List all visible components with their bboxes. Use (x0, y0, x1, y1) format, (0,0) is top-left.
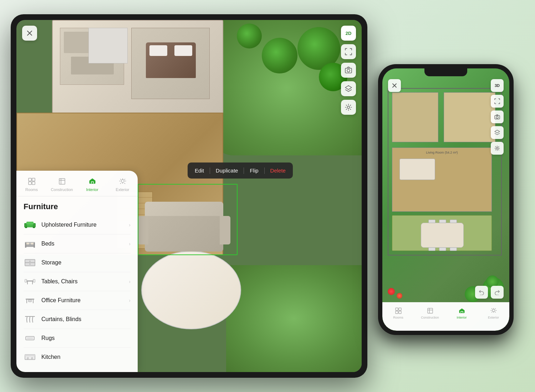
phone-interior-label: Interior (457, 316, 467, 319)
dining-table-3d (141, 251, 241, 329)
tablet-device: Edit Duplicate Flip Delete 2D (11, 14, 367, 378)
upholstered-furniture-label: Upholstered Furniture (41, 222, 129, 228)
phone-room-upper-right (444, 92, 495, 142)
phone-camera-button[interactable] (491, 110, 504, 123)
phone-layers-button[interactable] (491, 126, 504, 139)
tab-exterior-label: Exterior (116, 187, 129, 192)
kitchen-icon (24, 352, 36, 362)
phone-patio (392, 215, 492, 251)
context-menu: Edit Duplicate Flip Delete (188, 163, 293, 179)
svg-rect-34 (25, 316, 35, 317)
phone-tab-construction[interactable]: Construction (414, 304, 446, 325)
tab-bar: Rooms Construction (16, 171, 138, 196)
settings-button[interactable] (341, 100, 356, 115)
chevron-right-icon: › (129, 298, 131, 303)
phone-notch (424, 68, 467, 76)
storage-icon (24, 258, 36, 268)
scene-container: Edit Duplicate Flip Delete 2D (0, 0, 535, 392)
phone-exterior-icon (489, 306, 498, 315)
construction-icon (57, 176, 67, 186)
svg-rect-48 (428, 308, 433, 313)
svg-rect-38 (25, 355, 35, 356)
tablet-close-button[interactable] (22, 26, 37, 41)
svg-rect-31 (26, 300, 27, 303)
furniture-item-rugs[interactable]: Rugs (24, 329, 131, 348)
house-upper-floor (52, 20, 223, 120)
svg-rect-27 (32, 282, 33, 284)
svg-rect-5 (29, 182, 31, 185)
fp-chair (428, 220, 435, 223)
phone-construction-label: Construction (421, 316, 439, 319)
svg-point-24 (30, 264, 31, 265)
phone-screen: Living Room (54.2 m²) (382, 68, 509, 331)
svg-rect-25 (26, 280, 34, 282)
tab-interior[interactable]: Interior (77, 175, 107, 193)
bed-object (146, 42, 196, 78)
living-room-label: Living Room (54.2 m²) (426, 151, 458, 154)
layers-button[interactable] (341, 81, 356, 96)
chevron-right-icon: › (129, 241, 131, 247)
svg-rect-14 (33, 227, 35, 228)
bedroom-area (131, 28, 210, 99)
phone-tab-interior[interactable]: Interior (446, 304, 478, 325)
svg-rect-4 (32, 178, 35, 181)
phone-device: Living Room (54.2 m²) (378, 64, 514, 335)
furniture-item-beds[interactable]: Beds › (24, 234, 131, 253)
phone-tab-rooms[interactable]: Rooms (382, 304, 414, 325)
exterior-icon (118, 176, 128, 186)
furniture-item-curtains[interactable]: Curtains, Blinds (24, 310, 131, 329)
rooms-icon (27, 176, 37, 186)
phone-settings-button[interactable] (491, 142, 504, 155)
furniture-item-upholstered[interactable]: Upholstered Furniture › (24, 216, 131, 234)
undo-button[interactable] (475, 286, 488, 299)
context-delete-button[interactable]: Delete (265, 165, 291, 176)
curtain-icon (24, 314, 36, 324)
phone-3d-button[interactable]: 3D (491, 79, 504, 92)
furniture-item-tables-chairs[interactable]: Tables, Chairs › (24, 272, 131, 291)
context-duplicate-button[interactable]: Duplicate (210, 165, 244, 176)
2d-view-button[interactable]: 2D (341, 26, 356, 41)
phone-tab-exterior[interactable]: Exterior (478, 304, 509, 325)
tab-construction-label: Construction (51, 187, 73, 192)
tab-rooms[interactable]: Rooms (16, 175, 47, 193)
camera-button[interactable] (341, 63, 356, 78)
context-edit-button[interactable]: Edit (189, 165, 210, 176)
context-flip-button[interactable]: Flip (244, 165, 264, 176)
furniture-item-kitchen[interactable]: Kitchen (24, 348, 131, 366)
chevron-right-icon: › (129, 279, 131, 284)
table-chair-icon (24, 277, 36, 287)
phone-flower (397, 293, 402, 299)
storage-label: Storage (41, 259, 131, 266)
svg-rect-13 (25, 227, 27, 228)
phone-rooms-icon (394, 306, 403, 315)
bed-icon (24, 239, 36, 249)
phone-expand-button[interactable] (491, 95, 504, 108)
bed-pillow-2 (174, 45, 192, 56)
svg-rect-12 (26, 222, 34, 225)
phone-close-button[interactable] (388, 79, 401, 92)
phone-interior-icon (458, 306, 466, 315)
furniture-item-storage[interactable]: Storage (24, 253, 131, 272)
svg-point-49 (492, 309, 495, 312)
phone-bottom-bar: Rooms Construction (382, 302, 509, 331)
tab-interior-label: Interior (86, 187, 98, 192)
svg-point-43 (496, 148, 498, 149)
furniture-section-title: Furniture (24, 202, 131, 211)
fp-chair (428, 247, 435, 251)
furniture-item-office[interactable]: Office Furniture › (24, 291, 131, 310)
tab-exterior[interactable]: Exterior (107, 175, 138, 193)
svg-point-42 (496, 116, 498, 118)
curtains-label: Curtains, Blinds (41, 316, 131, 323)
tablet-top-bar: 2D (341, 26, 356, 115)
phone-construction-icon (426, 306, 434, 315)
fp-chair (439, 220, 446, 223)
phone-top-bar: 3D (491, 79, 504, 155)
office-icon (24, 295, 36, 305)
interior-icon (87, 176, 97, 186)
tab-construction[interactable]: Construction (47, 175, 77, 193)
phone-exterior-label: Exterior (488, 316, 499, 319)
svg-point-23 (30, 261, 31, 262)
expand-view-button[interactable] (341, 44, 356, 59)
redo-button[interactable] (491, 286, 504, 299)
svg-rect-19 (25, 243, 26, 248)
